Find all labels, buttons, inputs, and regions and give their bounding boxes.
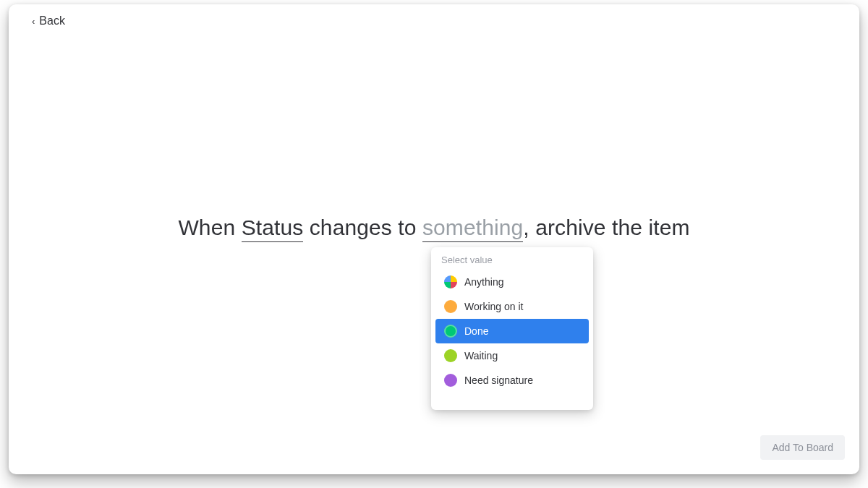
status-token[interactable]: Status [242, 215, 304, 242]
chevron-left-icon: ‹ [32, 17, 35, 26]
status-color-icon [444, 374, 457, 387]
dropdown-option[interactable]: Done [435, 319, 589, 343]
status-color-icon [444, 349, 457, 362]
dropdown-option[interactable]: Need signature [435, 368, 589, 393]
sentence-middle: changes to [310, 215, 417, 240]
sentence-prefix: When [178, 215, 235, 240]
back-button[interactable]: ‹ Back [32, 14, 65, 27]
back-label: Back [39, 14, 65, 27]
dropdown-option[interactable]: Anything [435, 270, 589, 294]
dropdown-title: Select value [431, 247, 593, 270]
dropdown-option-label: Anything [464, 276, 503, 288]
modal-frame: ‹ Back When Status changes to something,… [9, 4, 859, 474]
status-color-icon [444, 300, 457, 313]
dropdown-option-label: Waiting [464, 350, 498, 361]
status-color-icon [444, 275, 457, 288]
value-token[interactable]: something [422, 215, 523, 242]
status-color-icon [444, 325, 457, 338]
dropdown-option-label: Need signature [464, 374, 533, 386]
automation-sentence: When Status changes to something, archiv… [9, 215, 859, 242]
sentence-suffix: , archive the item [523, 215, 689, 240]
dropdown-option-label: Working on it [464, 301, 523, 312]
dropdown-option[interactable]: Working on it [435, 294, 589, 319]
dropdown-option[interactable]: Waiting [435, 343, 589, 368]
value-dropdown[interactable]: Select value AnythingWorking on itDoneWa… [431, 247, 593, 410]
dropdown-option-label: Done [464, 325, 488, 337]
add-to-board-button[interactable]: Add To Board [760, 435, 845, 460]
